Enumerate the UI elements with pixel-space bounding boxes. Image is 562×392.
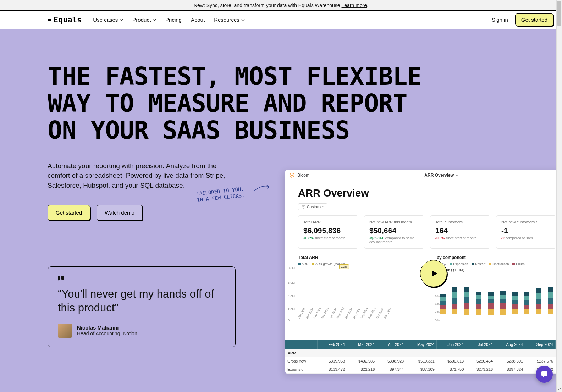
hero-headline: THE FASTEST, MOST FLEXIBLE WAY TO MEASUR… (48, 63, 438, 144)
chevron-down-icon (153, 19, 156, 21)
testimonial-card: “You'll never get my hands off of this p… (48, 266, 236, 347)
chevron-down-icon (120, 19, 123, 21)
testimonial-author: Nicolas Malianni (77, 325, 137, 331)
play-icon (430, 269, 439, 278)
arrow-icon (253, 184, 271, 192)
metric-card: Total ARR $6,095,836 +0.8% since start o… (298, 215, 358, 249)
metric-card: Net new customers t -1 -2 compared to sa… (496, 215, 556, 249)
hero-subhead: Automate your reporting with precision. … (48, 161, 232, 191)
stack-bar (488, 282, 494, 315)
scrollbar-thumb[interactable] (557, 1, 561, 26)
announcement-suffix: . (367, 2, 368, 8)
dashboard-title: ARR Overview (285, 181, 562, 202)
hero-cta-secondary[interactable]: Watch demo (97, 205, 143, 220)
chart-total-arr: Total ARR ARRARR growth (MoM %) 8.0M 6.0… (298, 255, 431, 321)
data-table: Feb 2024Mar 2024Apr 2024May 2024Jun 2024… (285, 340, 562, 374)
nav-link-about[interactable]: About (191, 17, 205, 23)
product-screenshot: Bloom ARR Overview ARR Overview Customer… (285, 170, 562, 374)
filter-icon (302, 205, 305, 209)
chart-bar: Sep 2024 (369, 314, 376, 321)
stack-bar (476, 282, 481, 315)
announcement-text: New: Sync, store, and transform your dat… (194, 2, 342, 8)
workspace-logo-icon (290, 173, 294, 178)
testimonial-quote: “You'll never get my hands off of this p… (58, 287, 225, 315)
chart-bar: Nov 2024 (385, 314, 391, 321)
workspace-name: Bloom (297, 173, 309, 178)
scroll-down-icon[interactable] (556, 386, 562, 392)
chevron-down-icon (241, 19, 245, 21)
svg-rect-0 (58, 276, 60, 280)
navbar: = Equals Use casesProductPricingAboutRes… (0, 11, 562, 29)
scrollbar[interactable] (556, 0, 562, 392)
chart-bar: May 2024 (338, 314, 345, 321)
stack-bar (440, 283, 446, 313)
chart-by-component: by component newExpansionRestartContract… (437, 255, 556, 321)
metric-card: Net new ARR this month $50,664 +$35,260 … (364, 215, 424, 249)
intercom-launcher[interactable] (536, 366, 553, 383)
chart-bar: Jan 2024 (307, 314, 313, 321)
nav-link-product[interactable]: Product (132, 17, 156, 23)
hero-cta-primary[interactable]: Get started (48, 205, 90, 220)
chart-bar: Aug 2024 (362, 314, 368, 321)
table-row: Gross new$319,958$402,586$308,928$519,33… (285, 357, 562, 365)
table-row: Expansion$113,472$21,216$97,344$37,109$7… (285, 365, 562, 374)
breadcrumb: ARR Overview (424, 173, 458, 178)
guide-line-left (37, 29, 37, 392)
chart-bar: Oct 2024 (377, 314, 384, 321)
metric-card: Total customers 164 -0.6% since start of… (430, 215, 490, 249)
stack-bar (548, 283, 553, 314)
announcement-bar: New: Sync, store, and transform your dat… (0, 0, 562, 11)
hero-section: THE FASTEST, MOST FLEXIBLE WAY TO MEASUR… (0, 29, 562, 392)
nav-link-resources[interactable]: Resources (214, 17, 245, 23)
testimonial-title: Head of Accounting, Notion (77, 331, 137, 336)
announcement-link[interactable]: Learn more (342, 2, 367, 8)
quote-icon (58, 276, 64, 281)
avatar (58, 324, 72, 338)
chart-bar: Mar 2024 (323, 314, 329, 321)
signin-link[interactable]: Sign in (492, 17, 508, 23)
play-button[interactable] (420, 260, 447, 287)
logo-symbol: = (48, 16, 51, 23)
stack-bar (512, 283, 518, 314)
logo-text: Equals (54, 15, 82, 24)
guide-line-right (525, 29, 525, 392)
nav-cta-button[interactable]: Get started (515, 13, 553, 26)
chart-bar: Jul 2024 (354, 314, 360, 321)
stack-bar (464, 282, 469, 315)
stack-bar (536, 283, 541, 314)
screenshot-topbar: Bloom ARR Overview (285, 170, 562, 181)
chart-bar: Jun 2024 (346, 314, 352, 321)
chevron-down-icon (455, 174, 458, 176)
svg-rect-2 (541, 371, 547, 376)
chart-bar: Dec 2023 (299, 314, 305, 321)
stack-bar (524, 283, 529, 313)
logo[interactable]: = Equals (48, 15, 82, 24)
filter-chip: Customer (298, 203, 327, 210)
nav-link-pricing[interactable]: Pricing (165, 17, 182, 23)
stack-bar (452, 283, 457, 314)
chart-bar: Feb 2024 (315, 314, 321, 321)
nav-link-use-cases[interactable]: Use cases (93, 17, 123, 23)
chat-icon (540, 370, 548, 378)
svg-rect-1 (61, 276, 64, 280)
stack-bar (500, 282, 506, 315)
chart-badge: 12% (339, 264, 349, 269)
